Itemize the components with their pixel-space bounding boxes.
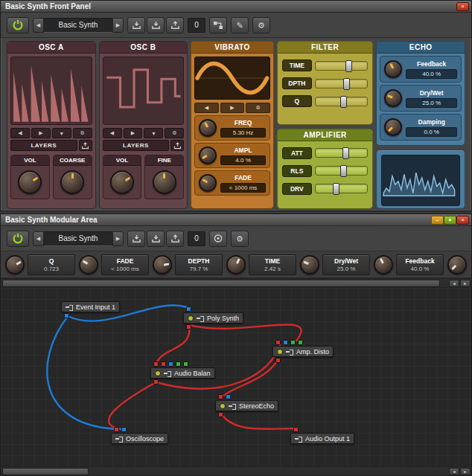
preset-next-button[interactable]: ▶ — [112, 18, 124, 33]
preset-import-button[interactable] — [127, 231, 145, 247]
event-port-icon[interactable] — [186, 306, 191, 312]
event-port-icon[interactable] — [168, 361, 173, 367]
param-q-box[interactable]: Q 0.723 — [28, 254, 75, 275]
param-depth-knob[interactable] — [153, 255, 172, 274]
module-body[interactable]: Poly Synth — [183, 312, 243, 324]
param-q-knob[interactable] — [5, 255, 25, 274]
osc-a-layers-popup-button[interactable] — [79, 140, 92, 151]
event-port-icon[interactable] — [283, 340, 288, 345]
minimize-icon[interactable]: – — [431, 216, 444, 225]
osc-a-wave-settings-button[interactable]: ⚙ — [73, 128, 92, 138]
osc-a-next-wave-button[interactable]: ▶ — [31, 128, 51, 138]
vibrato-wave-settings-button[interactable]: ⚙ — [246, 103, 270, 113]
echo-drywet-value[interactable]: 25.0 % — [406, 98, 457, 108]
osc-a-waveform-display[interactable] — [10, 57, 92, 125]
front-panel-titlebar[interactable]: Basic Synth Front Panel × — [1, 1, 471, 13]
modular-top-scrollbar[interactable]: ◀ ▶ — [1, 278, 471, 288]
vibrato-fade-value[interactable]: < 1000 ms — [220, 183, 266, 193]
preset-save-button[interactable] — [147, 17, 165, 33]
echo-damping-value[interactable]: 0.0 % — [406, 127, 457, 137]
settings-button[interactable]: ⚙ — [252, 17, 270, 33]
filter-q-slider[interactable] — [315, 97, 369, 106]
preset-number-display[interactable]: 0 — [188, 231, 205, 246]
osc-a-coarse-knob[interactable] — [60, 170, 84, 194]
param-time-box[interactable]: TIME 2.42 s — [249, 254, 296, 275]
module-body[interactable]: Event Input 1 — [61, 301, 120, 312]
preset-export-button[interactable] — [166, 17, 184, 33]
param-feedback-box[interactable]: Feedback 40.0 % — [396, 254, 444, 275]
scroll-left-icon[interactable]: ◀ — [449, 468, 459, 475]
param-extra-knob[interactable] — [447, 255, 467, 274]
audio-port-icon[interactable] — [161, 361, 166, 367]
amp-rls-slider[interactable] — [315, 166, 369, 176]
echo-feedback-knob[interactable] — [384, 60, 402, 78]
module-audio-output-1[interactable]: Audio Output 1 — [290, 433, 354, 444]
module-body[interactable]: Amp. Disto — [272, 346, 334, 357]
scrollbar-handle[interactable] — [2, 280, 440, 287]
param-fade-box[interactable]: FADE < 1000 ms — [101, 254, 149, 275]
osc-b-wave-settings-button[interactable]: ⚙ — [165, 128, 184, 138]
scrollbar-handle[interactable] — [2, 468, 89, 475]
vibrato-prev-wave-button[interactable]: ◀ — [194, 103, 219, 113]
preset-number-display[interactable]: 0 — [188, 18, 205, 33]
echo-damping-knob[interactable] — [384, 118, 402, 136]
osc-b-prev-wave-button[interactable]: ◀ — [103, 128, 122, 138]
vibrato-freq-knob[interactable] — [199, 119, 217, 137]
osc-b-layers-popup-button[interactable] — [170, 140, 184, 151]
close-icon[interactable]: × — [456, 2, 469, 11]
amp-drv-slider[interactable] — [315, 184, 369, 193]
osc-a-wave-menu-button[interactable]: ▼ — [52, 128, 71, 138]
audio-port-icon[interactable] — [218, 394, 223, 399]
osc-b-wave-menu-button[interactable]: ▼ — [144, 128, 163, 138]
param-depth-box[interactable]: DEPTH 79.7 % — [175, 254, 223, 275]
preset-next-button[interactable]: ▶ — [112, 231, 124, 246]
settings-button[interactable]: ⚙ — [231, 231, 249, 247]
modular-view-button[interactable] — [209, 17, 227, 33]
scroll-right-icon[interactable]: ▶ — [460, 468, 471, 475]
filter-dpth-slider[interactable] — [315, 79, 369, 89]
filter-time-slider[interactable] — [315, 61, 369, 71]
audio-port-icon[interactable] — [275, 340, 281, 345]
front-view-button[interactable] — [209, 231, 227, 247]
preset-save-button[interactable] — [147, 231, 165, 247]
modular-titlebar[interactable]: Basic Synth Modular Area – ▲ × — [1, 214, 471, 226]
echo-feedback-value[interactable]: 40.0 % — [406, 69, 457, 79]
osc-b-fine-knob[interactable] — [153, 170, 176, 194]
event-port-icon[interactable] — [226, 394, 231, 399]
osc-b-layers-button[interactable]: LAYERS — [103, 140, 170, 151]
param-fade-knob[interactable] — [79, 255, 98, 274]
audio-port-icon[interactable] — [275, 358, 281, 363]
audio-port-icon[interactable] — [293, 427, 299, 432]
preset-export-button[interactable] — [166, 231, 184, 247]
preset-name-display[interactable]: Basic Synth — [44, 18, 112, 33]
scroll-right-icon[interactable]: ▶ — [460, 280, 471, 287]
param-drywet-knob[interactable] — [300, 255, 319, 274]
osc-b-waveform-display[interactable] — [103, 57, 185, 125]
module-amp-disto[interactable]: Amp. Disto — [272, 346, 334, 357]
param-time-knob[interactable] — [226, 255, 246, 274]
param-feedback-knob[interactable] — [374, 255, 393, 274]
slider-handle[interactable] — [340, 96, 347, 108]
module-event-input-1[interactable]: Event Input 1 — [61, 301, 120, 312]
vibrato-ampl-value[interactable]: 4.0 % — [220, 155, 266, 165]
audio-port-icon[interactable] — [218, 412, 223, 417]
module-body[interactable]: Audio Balan — [150, 367, 215, 379]
param-port-icon[interactable] — [183, 361, 188, 367]
slider-handle[interactable] — [343, 78, 350, 90]
module-poly-synth[interactable]: Poly Synth — [183, 312, 243, 324]
modular-bottom-scrollbar[interactable]: ◀ ▶ — [1, 466, 471, 476]
module-body[interactable]: StereoEcho — [215, 400, 278, 411]
module-oscilloscope[interactable]: Oscilloscope — [111, 433, 168, 444]
module-body[interactable]: Oscilloscope — [111, 433, 168, 444]
slider-handle[interactable] — [333, 183, 339, 195]
osc-b-next-wave-button[interactable]: ▶ — [124, 128, 143, 138]
slider-handle[interactable] — [345, 60, 352, 72]
slider-handle[interactable] — [342, 147, 349, 159]
module-body[interactable]: Audio Output 1 — [290, 433, 354, 444]
power-button[interactable] — [7, 17, 29, 33]
vibrato-waveform-display[interactable] — [194, 57, 270, 100]
osc-b-vol-knob[interactable] — [110, 170, 134, 194]
param-port-icon[interactable] — [176, 361, 181, 367]
preset-name-display[interactable]: Basic Synth — [44, 231, 112, 246]
param-port-icon[interactable] — [298, 340, 303, 345]
